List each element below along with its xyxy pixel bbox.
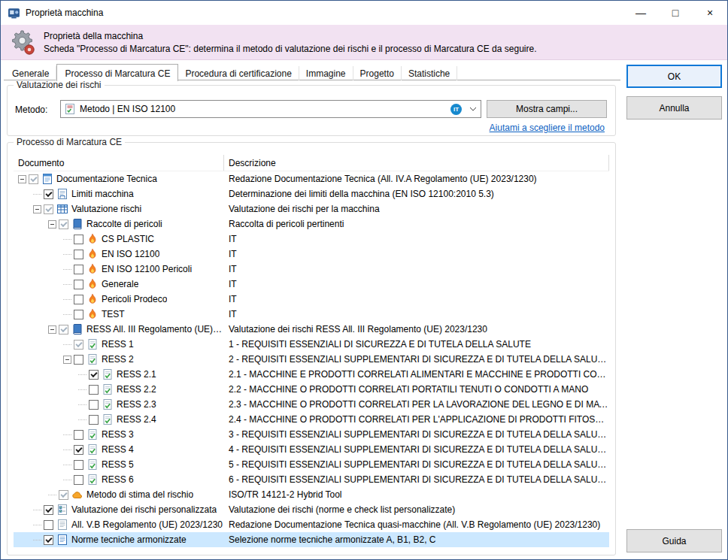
tree-row[interactable]: CS PLASTICIT — [14, 232, 609, 247]
row-description: 1 - REQUISITI ESSENZIALI DI SICUREZZA E … — [224, 339, 609, 350]
machine-properties-dialog: Proprietà macchina — □ × Proprietà della… — [0, 0, 728, 560]
row-checkbox[interactable] — [89, 385, 99, 395]
process-group-title: Processo di Marcatura CE — [14, 137, 125, 147]
tree-indent — [14, 510, 33, 510]
column-header-documento[interactable]: Documento — [14, 155, 224, 171]
row-checkbox[interactable] — [59, 325, 68, 334]
maximize-button[interactable]: □ — [658, 1, 693, 25]
tree-row[interactable]: Limiti macchinaDeterminazione dei limiti… — [14, 186, 609, 201]
tree-row[interactable]: All. V.B Regolamento (UE) 2023/1230Redaz… — [14, 517, 609, 532]
tab-processo-di-marcatura-ce[interactable]: Processo di Marcatura CE — [56, 64, 178, 81]
tree-row[interactable]: Valutazione rischiValutazione dei rischi… — [14, 201, 609, 216]
row-checkbox[interactable] — [74, 340, 83, 350]
row-checkbox[interactable] — [74, 460, 83, 470]
tree-row[interactable]: RESS 2.42.4 - MACCHINE O PRODOTTI CORREL… — [14, 412, 609, 427]
tree-row[interactable]: TESTIT — [14, 307, 609, 322]
ce-process-group: Processo di Marcatura CE Documento Descr… — [7, 142, 616, 555]
row-checkbox[interactable] — [89, 415, 99, 425]
column-header-descrizione[interactable]: Descrizione — [224, 155, 609, 171]
tree-connector — [33, 506, 41, 514]
tab-generale[interactable]: Generale — [5, 66, 56, 80]
row-checkbox[interactable] — [59, 219, 68, 229]
tree-connector — [63, 341, 71, 349]
gear-machine-icon — [7, 27, 37, 57]
tree-row[interactable]: RESS All. III Regolamento (UE) 2...Valut… — [14, 322, 609, 337]
cancel-button[interactable]: Annulla — [626, 96, 722, 120]
tree-row[interactable]: RESS 11 - REQUISITI ESSENZIALI DI SICURE… — [14, 337, 609, 352]
flame-icon — [86, 263, 99, 275]
row-checkbox[interactable] — [74, 280, 83, 289]
row-checkbox[interactable] — [89, 400, 99, 410]
banner-title: Proprietà della macchina — [44, 31, 537, 41]
row-checkbox[interactable] — [44, 505, 53, 515]
tree-row[interactable]: Valutazione dei rischi personalizzataVal… — [14, 502, 609, 517]
tree-row[interactable]: Norme tecniche armonizzateSelezione norm… — [14, 532, 609, 547]
method-combobox[interactable]: Metodo | EN ISO 12100 IT — [60, 100, 481, 118]
document-cell: Metodo di stima del rischio — [14, 487, 224, 502]
tree-collapse-icon[interactable] — [18, 175, 26, 183]
chevron-down-icon[interactable] — [466, 101, 481, 117]
tab-procedura-di-certificazione[interactable]: Procedura di certificazione — [178, 66, 299, 80]
tree-indent — [14, 269, 63, 270]
close-button[interactable]: × — [693, 1, 727, 25]
tree-collapse-icon[interactable] — [48, 220, 56, 229]
tree-row[interactable]: Documentazione TecnicaRedazione Document… — [14, 171, 609, 186]
row-checkbox[interactable] — [74, 430, 83, 440]
row-label: EN ISO 12100 Pericoli — [102, 264, 192, 274]
row-checkbox[interactable] — [44, 520, 53, 530]
row-checkbox[interactable] — [44, 204, 53, 214]
row-checkbox[interactable] — [74, 475, 83, 485]
tree-indent — [14, 434, 63, 435]
tree-connector — [33, 190, 41, 198]
row-checkbox[interactable] — [74, 310, 83, 319]
row-checkbox[interactable] — [74, 265, 83, 274]
row-checkbox[interactable] — [74, 445, 83, 455]
tree-row[interactable]: EN ISO 12100IT — [14, 247, 609, 262]
document-cell: RESS 5 — [14, 457, 224, 472]
tree-row[interactable]: Raccolte di pericoliRaccolta di pericoli… — [14, 216, 609, 232]
row-description: 2.2 - MACCHINE O PRODOTTI CORRELATI PORT… — [224, 384, 609, 395]
tree-collapse-icon[interactable] — [48, 325, 56, 334]
row-checkbox[interactable] — [74, 295, 83, 304]
tree-row[interactable]: RESS 44 - REQUISITI ESSENZIALI SUPPLEMEN… — [14, 442, 609, 457]
tab-statistiche[interactable]: Statistiche — [402, 66, 457, 80]
row-description: Redazione Documentazione Tecnica quasi-m… — [224, 519, 609, 530]
method-help-link[interactable]: Aiutami a scegliere il metodo — [490, 123, 605, 133]
row-checkbox[interactable] — [74, 235, 83, 244]
row-checkbox[interactable] — [74, 250, 83, 259]
row-checkbox[interactable] — [59, 490, 68, 500]
row-checkbox[interactable] — [29, 174, 38, 184]
tab-immagine[interactable]: Immagine — [299, 66, 353, 80]
tree-row[interactable]: RESS 2.12.1 - MACCHINE E PRODOTTI CORREL… — [14, 367, 609, 382]
row-checkbox[interactable] — [74, 355, 83, 365]
tree-indent — [14, 450, 63, 450]
tree-collapse-icon[interactable] — [33, 205, 41, 213]
tree-row[interactable]: RESS 2.22.2 - MACCHINE O PRODOTTI CORREL… — [14, 382, 609, 397]
row-label: Raccolte di pericoli — [86, 219, 162, 229]
minimize-button[interactable]: — — [623, 1, 658, 25]
help-button[interactable]: Guida — [626, 529, 722, 552]
tree-row[interactable]: Pericoli ProdecoIT — [14, 292, 609, 307]
tree-row[interactable]: RESS 66 - REQUISITI ESSENZIALI SUPPLEMEN… — [14, 472, 609, 487]
ress-doc-icon — [86, 474, 99, 486]
language-badge: IT — [450, 104, 462, 115]
custom-checklist-icon — [56, 504, 68, 516]
document-cell: RESS 2.1 — [14, 367, 224, 382]
row-checkbox[interactable] — [44, 535, 53, 545]
show-fields-button[interactable]: Mostra campi... — [487, 100, 607, 118]
tree-row[interactable]: RESS 55 - REQUISITI ESSENZIALI SUPPLEMEN… — [14, 457, 609, 472]
row-label: RESS 2 — [102, 354, 134, 365]
flame-icon — [86, 278, 99, 290]
ok-button[interactable]: OK — [626, 65, 722, 88]
tree-row[interactable]: GeneraleIT — [14, 277, 609, 292]
tree-row[interactable]: RESS 22 - REQUISITI ESSENZIALI SUPPLEMEN… — [14, 352, 609, 367]
tab-progetto[interactable]: Progetto — [353, 66, 402, 80]
row-checkbox[interactable] — [89, 370, 99, 380]
tree-collapse-icon[interactable] — [63, 356, 71, 364]
row-checkbox[interactable] — [44, 189, 53, 199]
tree-row[interactable]: RESS 33 - REQUISITI ESSENZIALI SUPPLEMEN… — [14, 427, 609, 442]
titlebar: Proprietà macchina — □ × — [1, 1, 727, 25]
tree-row[interactable]: RESS 2.32.3 - MACCHINE O PRODOTTI CORREL… — [14, 397, 609, 412]
tree-row[interactable]: EN ISO 12100 PericoliIT — [14, 262, 609, 277]
tree-row[interactable]: Metodo di stima del rischioISO/TR 14121-… — [14, 487, 609, 502]
